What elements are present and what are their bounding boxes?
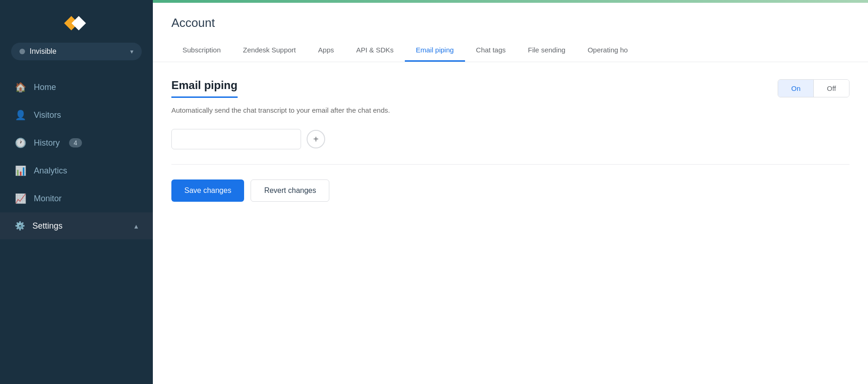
sidebar-item-home[interactable]: 🏠 Home — [0, 73, 153, 101]
toggle-on-button[interactable]: On — [778, 80, 813, 97]
add-email-button[interactable]: + — [307, 130, 325, 148]
sidebar-item-history[interactable]: 🕐 History 4 — [0, 129, 153, 157]
home-icon: 🏠 — [15, 82, 26, 93]
tab-email-piping[interactable]: Email piping — [405, 39, 465, 62]
email-piping-section: Email piping On Off Automatically send t… — [153, 62, 868, 218]
save-changes-button[interactable]: Save changes — [171, 179, 244, 202]
status-label: Invisible — [30, 47, 126, 56]
toggle-group: On Off — [778, 79, 849, 97]
tab-subscription[interactable]: Subscription — [171, 39, 232, 62]
section-description: Automatically send the chat transcript t… — [171, 106, 849, 114]
email-input-row: + — [171, 129, 849, 149]
logo — [0, 0, 153, 43]
chevron-up-icon: ▴ — [134, 222, 138, 230]
divider — [171, 164, 849, 165]
tab-zendesk-support[interactable]: Zendesk Support — [232, 39, 307, 62]
tab-apps[interactable]: Apps — [307, 39, 345, 62]
tab-file-sending[interactable]: File sending — [517, 39, 577, 62]
settings-section: ⚙️ Settings ▴ — [0, 212, 153, 239]
tabs-nav: Subscription Zendesk Support Apps API & … — [171, 39, 849, 62]
history-badge: 4 — [69, 138, 82, 147]
visitors-icon: 👤 — [15, 109, 26, 121]
logo-icon — [66, 13, 87, 33]
action-buttons: Save changes Revert changes — [171, 179, 849, 202]
history-icon: 🕐 — [15, 137, 26, 148]
sidebar-item-monitor[interactable]: 📈 Monitor — [0, 185, 153, 212]
sidebar-item-home-label: Home — [34, 83, 56, 92]
tab-operating-hours[interactable]: Operating ho — [577, 39, 639, 62]
sidebar-item-settings[interactable]: ⚙️ Settings ▴ — [0, 212, 153, 239]
analytics-icon: 📊 — [15, 165, 26, 176]
sidebar: Invisible ▾ 🏠 Home 👤 Visitors 🕐 History … — [0, 0, 153, 384]
settings-icon: ⚙️ — [15, 221, 25, 231]
sidebar-item-visitors-label: Visitors — [34, 110, 61, 120]
sidebar-item-history-label: History — [34, 138, 60, 148]
sidebar-item-analytics-label: Analytics — [34, 166, 67, 176]
content-area: Account Subscription Zendesk Support App… — [153, 3, 868, 384]
page-title: Account — [171, 16, 849, 30]
sidebar-item-visitors[interactable]: 👤 Visitors — [0, 101, 153, 129]
main-content: Account Subscription Zendesk Support App… — [153, 0, 868, 384]
status-dot-icon — [19, 49, 25, 54]
page-header: Account Subscription Zendesk Support App… — [153, 3, 868, 62]
sidebar-item-monitor-label: Monitor — [34, 194, 62, 204]
chevron-down-icon: ▾ — [130, 48, 133, 55]
revert-changes-button[interactable]: Revert changes — [251, 179, 329, 202]
sidebar-item-analytics[interactable]: 📊 Analytics — [0, 157, 153, 185]
sidebar-item-settings-label: Settings — [32, 221, 63, 231]
monitor-icon: 📈 — [15, 193, 26, 204]
toggle-off-button[interactable]: Off — [814, 80, 849, 97]
tab-chat-tags[interactable]: Chat tags — [465, 39, 517, 62]
tab-api-sdks[interactable]: API & SDKs — [345, 39, 405, 62]
section-header: Email piping On Off — [171, 79, 849, 98]
status-selector[interactable]: Invisible ▾ — [11, 43, 142, 60]
email-input[interactable] — [171, 129, 301, 149]
section-title: Email piping — [171, 79, 238, 98]
